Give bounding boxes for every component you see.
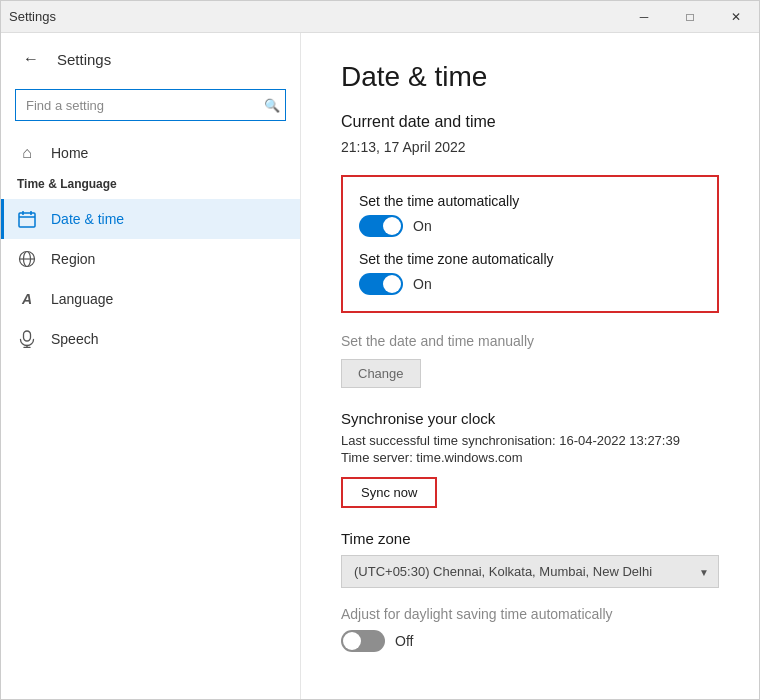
sidebar: ← Settings 🔍 ⌂ Home Time & Language [1, 33, 301, 699]
dst-label: Adjust for daylight saving time automati… [341, 606, 719, 622]
sync-last-detail: Last successful time synchronisation: 16… [341, 433, 719, 448]
region-icon [17, 249, 37, 269]
manual-label: Set the date and time manually [341, 333, 719, 349]
close-button[interactable]: ✕ [713, 1, 759, 33]
auto-time-status: On [413, 218, 432, 234]
dst-control: Off [341, 630, 719, 652]
sidebar-item-speech[interactable]: Speech [1, 319, 300, 359]
maximize-button[interactable]: □ [667, 1, 713, 33]
sidebar-item-region[interactable]: Region [1, 239, 300, 279]
current-datetime-value: 21:13, 17 April 2022 [341, 139, 719, 155]
sidebar-app-title: Settings [57, 51, 111, 68]
speech-icon [17, 329, 37, 349]
auto-time-toggle[interactable] [359, 215, 403, 237]
main-content: ← Settings 🔍 ⌂ Home Time & Language [1, 33, 759, 699]
timezone-label: Time zone [341, 530, 719, 547]
current-section-heading: Current date and time [341, 113, 719, 131]
change-button[interactable]: Change [341, 359, 421, 388]
titlebar-controls: ─ □ ✕ [621, 1, 759, 33]
svg-rect-7 [24, 331, 31, 341]
search-input[interactable] [15, 89, 286, 121]
auto-timezone-control: On [359, 273, 701, 295]
main-panel: Date & time Current date and time 21:13,… [301, 33, 759, 699]
sidebar-item-label-home: Home [51, 145, 88, 161]
timezone-section: Time zone (UTC+05:30) Chennai, Kolkata, … [341, 530, 719, 588]
minimize-button[interactable]: ─ [621, 1, 667, 33]
dst-toggle[interactable] [341, 630, 385, 652]
auto-time-control: On [359, 215, 701, 237]
back-button[interactable]: ← [17, 45, 45, 73]
sidebar-item-language[interactable]: A Language [1, 279, 300, 319]
sync-section: Synchronise your clock Last successful t… [341, 410, 719, 508]
timezone-select[interactable]: (UTC+05:30) Chennai, Kolkata, Mumbai, Ne… [341, 555, 719, 588]
sidebar-item-label-region: Region [51, 251, 95, 267]
page-title: Date & time [341, 61, 719, 93]
sync-heading: Synchronise your clock [341, 410, 719, 427]
language-icon: A [17, 289, 37, 309]
titlebar-left: Settings [9, 9, 56, 24]
sidebar-item-label-date-time: Date & time [51, 211, 124, 227]
auto-settings-section: Set the time automatically On Set the ti… [341, 175, 719, 313]
titlebar: Settings ─ □ ✕ [1, 1, 759, 33]
sidebar-item-label-speech: Speech [51, 331, 98, 347]
timezone-select-wrap: (UTC+05:30) Chennai, Kolkata, Mumbai, Ne… [341, 555, 719, 588]
sidebar-item-home[interactable]: ⌂ Home [1, 133, 300, 173]
auto-timezone-label: Set the time zone automatically [359, 251, 701, 267]
sync-now-button[interactable]: Sync now [341, 477, 437, 508]
sidebar-header: ← Settings [1, 33, 300, 85]
sidebar-item-date-time[interactable]: Date & time [1, 199, 300, 239]
manual-section: Set the date and time manually Change [341, 333, 719, 388]
auto-time-row: Set the time automatically On [359, 193, 701, 237]
dst-section: Adjust for daylight saving time automati… [341, 606, 719, 652]
sync-server-detail: Time server: time.windows.com [341, 450, 719, 465]
auto-time-label: Set the time automatically [359, 193, 701, 209]
search-box-container: 🔍 [15, 89, 286, 121]
calendar-icon [17, 209, 37, 229]
titlebar-title: Settings [9, 9, 56, 24]
auto-timezone-row: Set the time zone automatically On [359, 251, 701, 295]
dst-status: Off [395, 633, 413, 649]
sidebar-item-label-language: Language [51, 291, 113, 307]
sidebar-section-label: Time & Language [1, 173, 300, 199]
svg-rect-0 [19, 213, 35, 227]
auto-timezone-toggle[interactable] [359, 273, 403, 295]
auto-timezone-status: On [413, 276, 432, 292]
settings-window: Settings ─ □ ✕ ← Settings 🔍 ⌂ Home Time [0, 0, 760, 700]
home-icon: ⌂ [17, 143, 37, 163]
